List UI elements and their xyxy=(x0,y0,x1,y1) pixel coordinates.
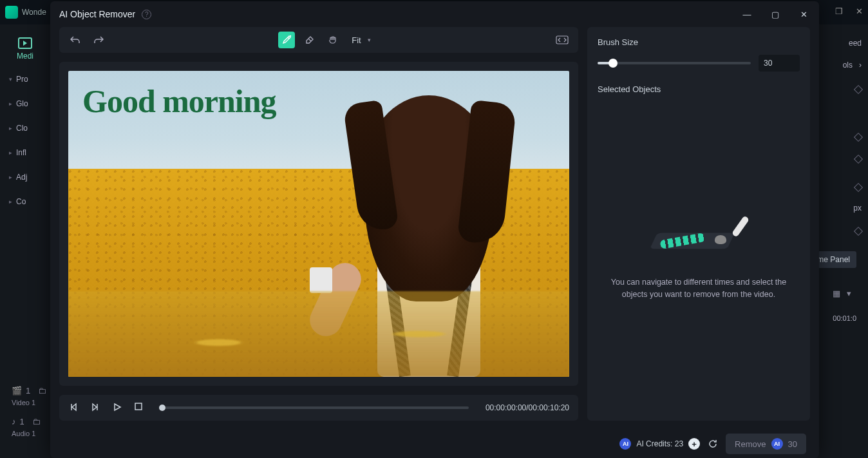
audio-track-icon: ♪ xyxy=(12,417,16,426)
empty-illustration-icon xyxy=(647,212,750,263)
video-track-label: Video 1 xyxy=(12,399,35,406)
selected-objects-label: Selected Objects xyxy=(598,84,800,94)
media-tab-label: Medi xyxy=(0,52,50,61)
preview-panel: Fit ▾ xyxy=(59,27,578,421)
video-track-icon: 🎬 xyxy=(12,386,22,396)
bg-media-tab[interactable]: Medi xyxy=(0,24,50,67)
folder-icon[interactable]: 🗀 xyxy=(38,386,46,396)
chevron-right-icon: ▸ xyxy=(9,198,12,205)
modal-title: AI Object Remover xyxy=(59,9,135,19)
pan-tool-button[interactable] xyxy=(325,32,341,48)
bg-close-icon[interactable]: ✕ xyxy=(856,6,863,16)
brush-size-slider[interactable] xyxy=(598,62,751,64)
compare-toggle-button[interactable] xyxy=(554,32,571,48)
preview-foreground xyxy=(68,291,569,377)
redo-button[interactable] xyxy=(90,32,107,48)
zoom-value: Fit xyxy=(352,35,361,45)
ai-badge-icon: AI xyxy=(619,438,631,450)
speed-label: eed xyxy=(849,39,862,48)
media-icon xyxy=(18,37,32,49)
timecode-display: 00:00:00:00/00:00:10:20 xyxy=(486,403,569,412)
chevron-right-icon: ▸ xyxy=(9,100,12,107)
brush-size-label: Brush Size xyxy=(598,37,800,47)
bg-side-item[interactable]: ▸Co xyxy=(0,189,50,214)
bg-restore-icon[interactable]: ❐ xyxy=(835,6,843,16)
timeline-scrubber[interactable] xyxy=(162,406,469,409)
settings-panel: Brush Size Selected Objects You can navi… xyxy=(587,27,810,421)
chevron-down-icon: ▾ xyxy=(9,76,12,82)
keyframe-diamond-icon[interactable] xyxy=(854,227,863,236)
chevron-right-icon: ▸ xyxy=(9,125,12,131)
chevron-down-icon[interactable]: ▾ xyxy=(847,289,851,298)
prev-frame-button[interactable] xyxy=(68,402,80,414)
bg-timeline-time: 00:01:0 xyxy=(833,314,856,322)
close-button[interactable]: ✕ xyxy=(797,10,810,19)
bg-side-item[interactable]: ▸Clo xyxy=(0,116,50,140)
brush-size-input[interactable] xyxy=(759,55,800,72)
credits-label: AI Credits: 23 xyxy=(636,439,683,448)
keyframe-diamond-icon[interactable] xyxy=(854,133,863,142)
keyframe-diamond-icon[interactable] xyxy=(854,183,863,192)
minimize-button[interactable]: — xyxy=(741,10,753,19)
remove-cost: 30 xyxy=(788,439,797,449)
slider-thumb[interactable] xyxy=(609,59,618,68)
modal-footer: AI AI Credits: 23 + Remove AI 30 xyxy=(50,430,819,458)
modal-titlebar: AI Object Remover ? — ▢ ✕ xyxy=(50,1,819,27)
selected-objects-empty: You can navigate to different times and … xyxy=(598,102,800,410)
keyframe-diamond-icon[interactable] xyxy=(854,85,863,94)
video-overlay-text: Good morning xyxy=(82,82,276,120)
chevron-down-icon: ▾ xyxy=(368,37,371,43)
add-credits-button[interactable]: + xyxy=(688,438,700,450)
playback-bar: 00:00:00:00/00:00:10:20 xyxy=(59,395,578,421)
remove-button[interactable]: Remove AI 30 xyxy=(726,434,806,454)
chevron-right-icon: ▸ xyxy=(9,174,12,180)
undo-button[interactable] xyxy=(67,32,84,48)
chevron-right-icon[interactable]: › xyxy=(859,61,862,70)
empty-hint-text: You can navigate to different times and … xyxy=(604,276,793,301)
preview-toolbar: Fit ▾ xyxy=(59,27,578,53)
ai-object-remover-modal: AI Object Remover ? — ▢ ✕ xyxy=(50,1,819,458)
stop-button[interactable] xyxy=(134,402,146,414)
svg-rect-2 xyxy=(135,403,142,410)
ai-credits-display: AI AI Credits: 23 + xyxy=(619,438,700,450)
scrubber-playhead[interactable] xyxy=(159,405,165,411)
play-button[interactable] xyxy=(112,402,124,414)
bg-side-item[interactable]: ▸Adj xyxy=(0,165,50,189)
help-icon[interactable]: ? xyxy=(142,10,151,19)
canvas-area: Good morning xyxy=(59,62,578,386)
brush-tool-button[interactable] xyxy=(278,32,295,48)
remove-label: Remove xyxy=(735,439,766,449)
app-title: Wonde xyxy=(22,8,46,17)
chevron-right-icon: ▸ xyxy=(9,149,12,156)
keyframe-diamond-icon[interactable] xyxy=(854,155,863,164)
folder-icon[interactable]: 🗀 xyxy=(32,417,41,426)
bg-window-controls: ❐ ✕ xyxy=(835,6,863,16)
video-preview[interactable]: Good morning xyxy=(68,71,569,377)
bg-side-item[interactable]: ▸Glo xyxy=(0,91,50,116)
bg-view-controls: ▦ ▾ xyxy=(833,289,851,298)
app-logo-icon xyxy=(5,6,18,19)
svg-point-0 xyxy=(290,35,291,36)
audio-track-label: Audio 1 xyxy=(12,430,35,437)
bg-side-item[interactable]: ▾Pro xyxy=(0,67,50,91)
zoom-select[interactable]: Fit ▾ xyxy=(348,33,382,48)
play-next-button[interactable] xyxy=(90,402,102,414)
grid-view-icon[interactable]: ▦ xyxy=(833,289,840,298)
bg-side-item[interactable]: ▸Infl xyxy=(0,140,50,165)
tools-label: ols xyxy=(843,61,853,70)
eraser-tool-button[interactable] xyxy=(301,32,318,48)
unit-label: px xyxy=(853,204,862,213)
ai-badge-icon: AI xyxy=(771,438,783,450)
refresh-button[interactable] xyxy=(708,439,718,449)
maximize-button[interactable]: ▢ xyxy=(769,10,782,19)
